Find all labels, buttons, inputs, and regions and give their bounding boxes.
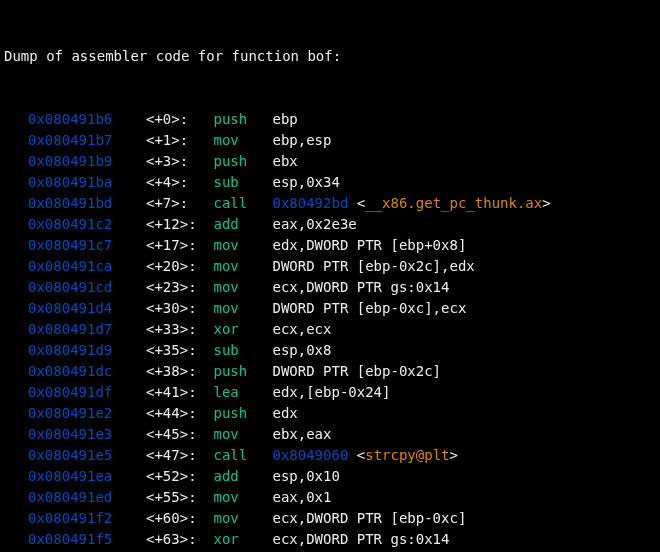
indent [4, 214, 28, 235]
instruction-operands: ebp,esp [272, 132, 331, 148]
instruction-operands: DWORD PTR [ebp-0x2c] [272, 363, 441, 379]
instruction-operands: DWORD PTR [ebp-0x2c],edx [272, 258, 474, 274]
instruction-operands: esp,0x8 [272, 342, 331, 358]
indent [4, 424, 28, 445]
instruction-mnemonic: mov [213, 237, 272, 253]
instruction-mnemonic: push [213, 363, 272, 379]
instruction-offset: <+7>: [146, 195, 213, 211]
instruction-row: 0x080491d4 <+30>: mov DWORD PTR [ebp-0xc… [4, 298, 656, 319]
instruction-offset: <+35>: [146, 342, 213, 358]
indent [4, 256, 28, 277]
instruction-address: 0x080491dc [28, 363, 146, 379]
instruction-address: 0x080491d9 [28, 342, 146, 358]
instruction-address: 0x080491ba [28, 174, 146, 190]
instruction-operands: ecx,ecx [272, 321, 331, 337]
instruction-address: 0x080491d7 [28, 321, 146, 337]
instruction-offset: <+20>: [146, 258, 213, 274]
indent [4, 361, 28, 382]
instruction-operands: ecx,DWORD PTR gs:0x14 [272, 279, 449, 295]
instruction-row: 0x080491b7 <+1>: mov ebp,esp [4, 130, 656, 151]
instruction-operands: esp,0x34 [272, 174, 339, 190]
instruction-mnemonic: lea [213, 384, 272, 400]
instruction-row: 0x080491ed <+55>: mov eax,0x1 [4, 487, 656, 508]
instruction-address: 0x080491d4 [28, 300, 146, 316]
indent [4, 298, 28, 319]
instruction-list: 0x080491b6 <+0>: push ebp 0x080491b7 <+1… [4, 109, 656, 552]
instruction-mnemonic: xor [213, 531, 272, 547]
instruction-mnemonic: call [213, 447, 272, 463]
instruction-offset: <+17>: [146, 237, 213, 253]
instruction-address: 0x080491c2 [28, 216, 146, 232]
instruction-mnemonic: mov [213, 426, 272, 442]
instruction-offset: <+41>: [146, 384, 213, 400]
instruction-offset: <+45>: [146, 426, 213, 442]
instruction-offset: <+38>: [146, 363, 213, 379]
instruction-row: 0x080491b9 <+3>: push ebx [4, 151, 656, 172]
instruction-offset: <+44>: [146, 405, 213, 421]
instruction-operands: edx,DWORD PTR [ebp+0x8] [272, 237, 466, 253]
instruction-mnemonic: mov [213, 279, 272, 295]
indent [4, 403, 28, 424]
branch-target-address: 0x8049060 [272, 447, 356, 463]
indent [4, 466, 28, 487]
instruction-mnemonic: push [213, 405, 272, 421]
instruction-mnemonic: xor [213, 321, 272, 337]
instruction-mnemonic: mov [213, 258, 272, 274]
instruction-row: 0x080491dc <+38>: push DWORD PTR [ebp-0x… [4, 361, 656, 382]
instruction-row: 0x080491e3 <+45>: mov ebx,eax [4, 424, 656, 445]
instruction-operands: edx,[ebp-0x24] [272, 384, 390, 400]
instruction-row: 0x080491b6 <+0>: push ebp [4, 109, 656, 130]
instruction-row: 0x080491e2 <+44>: push edx [4, 403, 656, 424]
instruction-offset: <+55>: [146, 489, 213, 505]
instruction-mnemonic: push [213, 153, 272, 169]
instruction-operands: edx [272, 405, 297, 421]
instruction-row: 0x080491f2 <+60>: mov ecx,DWORD PTR [ebp… [4, 508, 656, 529]
instruction-offset: <+23>: [146, 279, 213, 295]
indent [4, 277, 28, 298]
instruction-address: 0x080491f5 [28, 531, 146, 547]
instruction-row: 0x080491ba <+4>: sub esp,0x34 [4, 172, 656, 193]
indent [4, 508, 28, 529]
instruction-address: 0x080491b7 [28, 132, 146, 148]
instruction-address: 0x080491ea [28, 468, 146, 484]
instruction-offset: <+33>: [146, 321, 213, 337]
instruction-mnemonic: add [213, 468, 272, 484]
instruction-address: 0x080491c7 [28, 237, 146, 253]
instruction-row: 0x080491c2 <+12>: add eax,0x2e3e [4, 214, 656, 235]
instruction-mnemonic: push [213, 111, 272, 127]
instruction-mnemonic: mov [213, 300, 272, 316]
angle-bracket-open: < [357, 195, 365, 211]
instruction-address: 0x080491f2 [28, 510, 146, 526]
indent [4, 130, 28, 151]
instruction-address: 0x080491cd [28, 279, 146, 295]
indent [4, 109, 28, 130]
instruction-offset: <+3>: [146, 153, 213, 169]
instruction-row: 0x080491d9 <+35>: sub esp,0x8 [4, 340, 656, 361]
disassembly-dump: Dump of assembler code for function bof:… [0, 0, 660, 552]
indent [4, 151, 28, 172]
instruction-row: 0x080491cd <+23>: mov ecx,DWORD PTR gs:0… [4, 277, 656, 298]
instruction-mnemonic: mov [213, 132, 272, 148]
instruction-operands: esp,0x10 [272, 468, 339, 484]
indent [4, 445, 28, 466]
instruction-mnemonic: sub [213, 174, 272, 190]
instruction-offset: <+47>: [146, 447, 213, 463]
instruction-offset: <+0>: [146, 111, 213, 127]
indent [4, 487, 28, 508]
instruction-address: 0x080491b9 [28, 153, 146, 169]
instruction-address: 0x080491e3 [28, 426, 146, 442]
instruction-row: 0x080491e5 <+47>: call 0x8049060 <strcpy… [4, 445, 656, 466]
instruction-offset: <+12>: [146, 216, 213, 232]
angle-bracket-close: > [542, 195, 550, 211]
instruction-operands: ebx,eax [272, 426, 331, 442]
instruction-address: 0x080491e5 [28, 447, 146, 463]
instruction-operands: ebp [272, 111, 297, 127]
instruction-address: 0x080491bd [28, 195, 146, 211]
instruction-operands: eax,0x2e3e [272, 216, 356, 232]
branch-target-symbol: strcpy@plt [365, 447, 449, 463]
indent [4, 382, 28, 403]
instruction-row: 0x080491bd <+7>: call 0x80492bd <__x86.g… [4, 193, 656, 214]
instruction-address: 0x080491ca [28, 258, 146, 274]
instruction-address: 0x080491e2 [28, 405, 146, 421]
instruction-offset: <+52>: [146, 468, 213, 484]
